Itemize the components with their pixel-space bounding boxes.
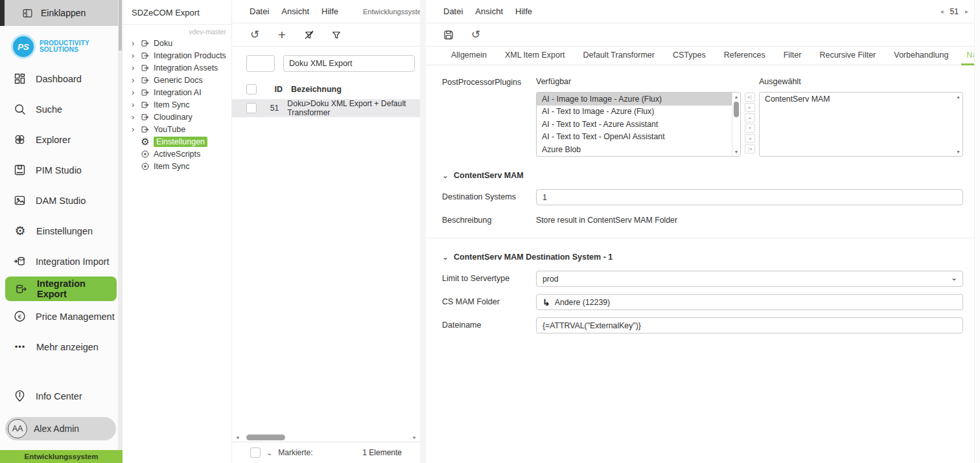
next-record-icon[interactable]: ▸	[965, 8, 968, 15]
expand-chevron-icon[interactable]: ›	[132, 101, 139, 109]
move-all-right-button[interactable]: ▸|	[745, 93, 755, 102]
scroll-up-icon[interactable]: ▲	[732, 95, 740, 99]
scroll-left-icon[interactable]: ◂	[236, 434, 239, 440]
tab-allgemein[interactable]: Allgemein	[442, 51, 496, 65]
tree-item-integration-ai[interactable]: › Integration AI	[132, 86, 231, 98]
scroll-down-icon[interactable]: ▼	[954, 150, 962, 154]
expand-chevron-icon[interactable]: ›	[132, 113, 139, 121]
vertical-scrollbar[interactable]	[974, 0, 980, 463]
tree-item-doku[interactable]: › Doku	[132, 37, 231, 49]
integration-export-icon	[14, 282, 28, 296]
move-all-left-button[interactable]: |◂	[745, 144, 755, 153]
id-filter-input[interactable]	[246, 55, 275, 72]
tab-vorbehandlung[interactable]: Vorbehandlung	[885, 51, 957, 65]
move-up-button[interactable]: ▴	[745, 113, 755, 122]
expand-chevron-icon[interactable]: ›	[132, 64, 139, 72]
menu-hilfe[interactable]: Hilfe	[321, 6, 338, 16]
refresh-button[interactable]: ↺	[248, 28, 262, 42]
tab-references[interactable]: References	[715, 51, 775, 65]
save-button[interactable]	[441, 28, 456, 42]
tab-recursive-filter[interactable]: Recursive Filter	[810, 51, 885, 65]
section-destination-system-1[interactable]: ⌄ ContentServ MAM Destination System - 1	[442, 253, 963, 262]
sidebar-item-info-center[interactable]: Info Center	[0, 381, 118, 411]
sidebar-item-mehr-anzeigen[interactable]: ••• Mehr anzeigen	[0, 332, 118, 362]
listbox-scrollbar[interactable]: ▲ ▼	[954, 93, 962, 156]
play-circle-icon	[141, 162, 150, 171]
tree-item-integration-assets[interactable]: › Integration Assets	[132, 62, 231, 74]
menu-hilfe[interactable]: Hilfe	[515, 6, 532, 16]
sidebar-item-integration-import[interactable]: Integration Import	[0, 246, 118, 277]
column-header-id[interactable]: ID	[263, 85, 283, 94]
tree-item-item-sync[interactable]: › Item Sync	[132, 98, 231, 111]
plugin-option[interactable]: AI - Image to Image - Azure (Flux)	[537, 93, 732, 106]
scroll-down-icon[interactable]: ▼	[732, 150, 740, 154]
clear-filter-button[interactable]	[302, 28, 316, 42]
collapse-sidebar-button[interactable]: Einklappen	[0, 0, 118, 26]
expand-chevron-icon[interactable]: ›	[132, 89, 139, 96]
tab-filter[interactable]: Filter	[775, 51, 811, 65]
sidebar-item-einstellungen[interactable]: ⚙ Einstellungen	[0, 216, 118, 246]
tab-xml-item-export[interactable]: XML Item Export	[496, 51, 574, 65]
tab-cstypes[interactable]: CSTypes	[664, 51, 715, 65]
tree-item-youtube[interactable]: › YouTube	[132, 123, 231, 135]
expand-chevron-icon[interactable]: ›	[132, 52, 139, 60]
cs-mam-folder-picker[interactable]: ↳ Andere (12239)	[536, 294, 963, 310]
expand-chevron-icon[interactable]: ›	[132, 126, 139, 133]
filter-button[interactable]	[329, 28, 344, 42]
menu-ansicht[interactable]: Ansicht	[281, 6, 309, 16]
chevron-down-icon[interactable]: ⌄	[266, 449, 272, 457]
horizontal-scrollbar[interactable]: ◂ ▸	[232, 433, 420, 442]
scroll-up-icon[interactable]: ▲	[954, 95, 962, 99]
destination-systems-input[interactable]	[536, 189, 963, 205]
move-right-button[interactable]: ▸	[745, 103, 755, 112]
expand-chevron-icon[interactable]: ›	[132, 76, 139, 84]
sidebar-item-suche[interactable]: Suche	[0, 94, 118, 124]
menu-ansicht[interactable]: Ansicht	[475, 6, 503, 16]
sidebar-item-integration-export[interactable]: Integration Export	[5, 277, 117, 301]
row-checkbox[interactable]	[246, 103, 257, 113]
column-header-bezeichnung[interactable]: Bezeichnung	[291, 85, 342, 94]
plugin-option[interactable]: AI - Text to Text - Azure Assistant	[537, 118, 732, 131]
scrollbar-thumb[interactable]	[246, 435, 285, 440]
reload-button[interactable]: ↺	[469, 28, 483, 42]
move-left-button[interactable]: ◂	[745, 134, 755, 143]
sidebar-item-explorer[interactable]: Explorer	[0, 124, 118, 155]
tree-item-einstellungen[interactable]: ⚙ Einstellungen	[132, 135, 231, 148]
plugin-option[interactable]: ContentServ MAM	[760, 93, 954, 106]
move-down-button[interactable]: ▾	[745, 124, 755, 133]
tree-item-integration-products[interactable]: › Integration Products	[132, 49, 231, 62]
sidebar-item-price-management[interactable]: € Price Management	[0, 301, 118, 332]
tree-item-item-sync-script[interactable]: Item Sync	[132, 160, 231, 172]
user-menu[interactable]: AA Alex Admin	[5, 417, 116, 440]
sidebar-scrollbar[interactable]	[118, 0, 122, 450]
tree-item-generic-docs[interactable]: › Generic Docs	[132, 74, 231, 86]
plugin-option[interactable]: AI - Text to Text - OpenAI Assistant	[537, 131, 732, 144]
sidebar-item-pim-studio[interactable]: PIM Studio	[0, 155, 118, 185]
tree-item-activescripts[interactable]: ActiveScripts	[132, 148, 231, 160]
previous-record-icon[interactable]: ◂	[940, 8, 944, 15]
scrollbar-thumb[interactable]	[734, 102, 739, 117]
dateiname-input[interactable]	[536, 317, 963, 333]
add-button[interactable]: +	[275, 28, 289, 42]
scroll-right-icon[interactable]: ▸	[413, 434, 416, 440]
menu-datei[interactable]: Datei	[250, 6, 269, 16]
table-row[interactable]: 51 Doku>Doku XML Export + Default Transf…	[232, 99, 420, 117]
menu-datei[interactable]: Datei	[443, 6, 463, 16]
info-center-icon	[13, 389, 27, 403]
limit-servertype-select[interactable]	[536, 271, 963, 287]
tree-item-cloudinary[interactable]: › Cloudinary	[132, 111, 231, 123]
export-tree: › Doku › Integration Products › Integrat…	[122, 37, 231, 172]
marked-checkbox[interactable]	[250, 447, 261, 458]
tab-default-transformer[interactable]: Default Transformer	[574, 51, 664, 65]
expand-chevron-icon[interactable]: ›	[132, 40, 139, 47]
plugin-option[interactable]: AI - Text to Image - Azure (Flux)	[537, 106, 732, 119]
plugin-option[interactable]: Azure Blob	[537, 143, 732, 156]
search-input[interactable]	[283, 55, 415, 72]
section-contentserv-mam[interactable]: ⌄ ContentServ MAM	[442, 171, 963, 180]
select-all-checkbox[interactable]	[246, 84, 257, 95]
sidebar-item-dashboard[interactable]: Dashboard	[0, 63, 118, 94]
sidebar-item-dam-studio[interactable]: DAM Studio	[0, 185, 118, 216]
dateiname-label: Dateiname	[442, 317, 536, 333]
listbox-scrollbar[interactable]: ▲ ▼	[732, 93, 740, 156]
panel-divider[interactable]	[420, 0, 426, 463]
